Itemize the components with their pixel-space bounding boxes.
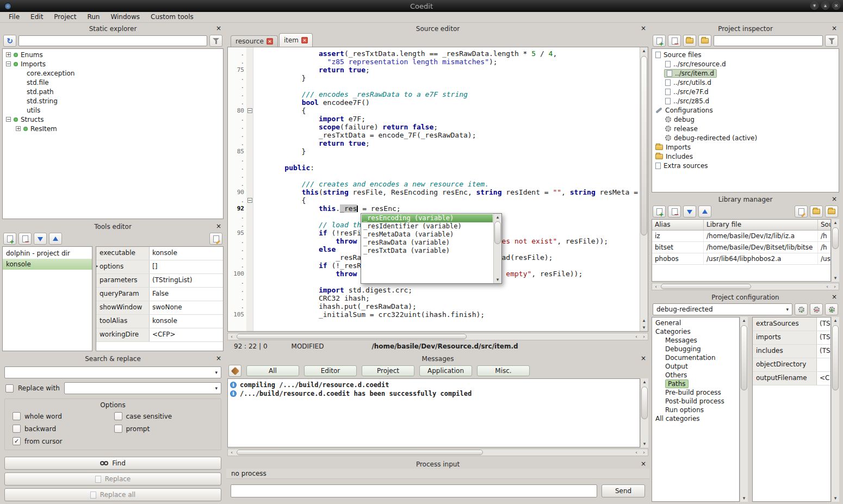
completion-item[interactable]: _resMetaData (variable) bbox=[362, 231, 493, 239]
case-sensitive-checkbox[interactable] bbox=[114, 412, 122, 420]
remove-tool-button[interactable] bbox=[18, 233, 32, 245]
close-window-icon[interactable]: × bbox=[832, 2, 840, 10]
scroll-down-icon[interactable]: ▾ bbox=[832, 275, 839, 282]
property-value[interactable]: <CFP> bbox=[152, 331, 176, 338]
filter-misc-button[interactable]: Misc. bbox=[477, 365, 530, 376]
property-value[interactable]: konsole bbox=[152, 249, 177, 257]
column-header[interactable]: Alias bbox=[652, 220, 704, 230]
close-tab-icon[interactable]: × bbox=[301, 37, 308, 43]
completion-item[interactable]: _resEncoding (variable) bbox=[362, 214, 493, 222]
scrollbar-thumb[interactable] bbox=[741, 325, 747, 390]
scroll-left-icon[interactable]: ‹ bbox=[633, 449, 640, 456]
edit-library-button[interactable] bbox=[795, 206, 808, 217]
property-row[interactable]: queryParam False bbox=[96, 288, 223, 301]
library-row[interactable]: iz /home/basile/Dev/Iz/lib/iz.a /h bbox=[652, 231, 830, 242]
tree-item-import-child[interactable]: std.string bbox=[3, 96, 223, 105]
whole-word-checkbox[interactable] bbox=[13, 412, 21, 420]
property-value[interactable]: (TStringList) bbox=[820, 333, 830, 341]
add-config-button[interactable]: + bbox=[825, 303, 838, 315]
tree-item-source-file[interactable]: ../src/e7F.d bbox=[652, 87, 839, 96]
property-row[interactable]: showWindow swoNone bbox=[96, 301, 223, 315]
library-from-project-button[interactable] bbox=[825, 206, 838, 217]
scrollbar-track[interactable] bbox=[494, 221, 501, 276]
tree-item-source-file[interactable]: ../src/resource.d bbox=[652, 59, 839, 69]
category-pre-build[interactable]: Pre-build process bbox=[652, 388, 739, 397]
remove-library-button[interactable] bbox=[668, 206, 681, 217]
replace-with-combo[interactable]: ▾ bbox=[64, 382, 221, 394]
close-panel-icon[interactable]: × bbox=[830, 293, 838, 301]
tree-item-imports[interactable]: Imports bbox=[652, 142, 839, 152]
scroll-down-icon[interactable]: ▾ bbox=[740, 495, 748, 502]
replace-with-checkbox[interactable] bbox=[5, 384, 14, 393]
menu-run[interactable]: Run bbox=[82, 12, 105, 22]
menu-file[interactable]: File bbox=[3, 12, 25, 22]
property-row[interactable]: toolAlias konsole bbox=[96, 315, 223, 328]
dropdown-icon[interactable]: ▾ bbox=[215, 370, 218, 375]
filter-button[interactable] bbox=[825, 35, 838, 47]
close-panel-icon[interactable]: × bbox=[215, 222, 222, 230]
scroll-left-icon[interactable]: ‹ bbox=[228, 449, 235, 456]
scroll-up-icon[interactable]: ▴ bbox=[740, 317, 748, 324]
editor-vscrollbar[interactable]: ▴ ▴ ▾ bbox=[640, 47, 648, 331]
remove-source-button[interactable] bbox=[668, 35, 681, 47]
scroll-up-icon[interactable]: ▴ bbox=[494, 214, 501, 221]
from-cursor-option[interactable]: ✓ from cursor bbox=[13, 437, 112, 445]
scroll-up-icon[interactable]: ▴ bbox=[832, 317, 839, 324]
tree-item-configuration[interactable]: release bbox=[652, 124, 839, 133]
find-button[interactable]: Find bbox=[4, 457, 221, 470]
add-library-button[interactable] bbox=[653, 206, 666, 217]
scroll-left-icon[interactable]: ‹ bbox=[652, 283, 660, 290]
messages-vscrollbar[interactable]: ▴ ▾ bbox=[640, 378, 648, 447]
filter-button[interactable] bbox=[209, 35, 222, 47]
category-paths-selected[interactable]: Paths bbox=[652, 379, 739, 388]
replace-all-button[interactable]: Replace all bbox=[4, 488, 221, 501]
scrollbar-thumb[interactable] bbox=[661, 284, 751, 289]
property-row[interactable]: imports (TStringList) bbox=[753, 331, 830, 345]
process-input-field[interactable] bbox=[231, 484, 597, 497]
filter-editor-button[interactable]: Editor bbox=[304, 365, 357, 376]
editor-gutter[interactable]: ..75....80....85....90.92..95....100....… bbox=[228, 47, 246, 331]
close-panel-icon[interactable]: × bbox=[640, 24, 647, 32]
dropdown-icon[interactable]: ▾ bbox=[786, 307, 789, 312]
shade-window-icon[interactable]: ▾ bbox=[810, 2, 819, 10]
tree-item-import-child[interactable]: core.exception bbox=[3, 69, 223, 78]
scroll-left-icon[interactable]: ‹ bbox=[633, 333, 640, 340]
scroll-up-icon[interactable]: ▴ bbox=[832, 219, 839, 226]
dropdown-icon[interactable]: ▾ bbox=[215, 385, 218, 391]
property-value[interactable]: False bbox=[152, 290, 169, 297]
expander-icon[interactable]: − bbox=[6, 61, 11, 66]
tree-item-structs[interactable]: − Structs bbox=[3, 115, 223, 124]
case-sensitive-option[interactable]: case sensitive bbox=[114, 412, 214, 420]
tree-item-source-files[interactable]: Source files bbox=[652, 50, 839, 59]
property-row[interactable]: objectDirectory bbox=[753, 358, 830, 372]
filter-all-button[interactable]: All bbox=[246, 365, 299, 376]
library-row[interactable]: phobos /usr/lib64/libphobos2.a /us bbox=[652, 253, 830, 265]
scrollbar-track[interactable] bbox=[640, 54, 648, 317]
close-panel-icon[interactable]: × bbox=[830, 195, 838, 203]
property-row[interactable]: ▸options [] bbox=[96, 260, 223, 274]
property-value[interactable]: [] bbox=[152, 263, 157, 270]
category-debugging[interactable]: Debugging bbox=[652, 345, 739, 353]
library-vscrollbar[interactable]: ▴ ▾ bbox=[831, 219, 839, 282]
menu-custom-tools[interactable]: Custom tools bbox=[145, 12, 199, 22]
tree-item-configurations[interactable]: Configurations bbox=[652, 105, 839, 115]
fold-marker[interactable]: − bbox=[246, 107, 253, 115]
close-panel-icon[interactable]: × bbox=[215, 354, 222, 362]
tree-item-import-child[interactable]: std.path bbox=[3, 87, 223, 96]
messages-hscrollbar[interactable]: ‹ ‹ › bbox=[227, 449, 648, 456]
close-panel-icon[interactable]: × bbox=[215, 24, 222, 32]
prompt-option[interactable]: prompt bbox=[114, 425, 214, 433]
library-row[interactable]: bitset /home/basile/Dev/Bitset/lib/bitse… bbox=[652, 242, 830, 253]
move-library-down-button[interactable] bbox=[683, 206, 696, 217]
clear-messages-button[interactable] bbox=[228, 365, 241, 377]
move-tool-up-button[interactable] bbox=[49, 233, 62, 245]
completion-item[interactable]: _resRawData (variable) bbox=[362, 239, 493, 247]
scrollbar-thumb[interactable] bbox=[832, 325, 839, 390]
add-source-button[interactable] bbox=[653, 35, 666, 47]
property-row[interactable]: includes (TStringList) bbox=[753, 345, 830, 358]
category-documentation[interactable]: Documentation bbox=[652, 353, 739, 362]
property-value[interactable]: konsole bbox=[152, 317, 177, 325]
completion-item[interactable]: _resIdentifier (variable) bbox=[362, 222, 493, 231]
move-library-up-button[interactable] bbox=[698, 206, 711, 217]
scrollbar-thumb[interactable] bbox=[237, 450, 483, 455]
